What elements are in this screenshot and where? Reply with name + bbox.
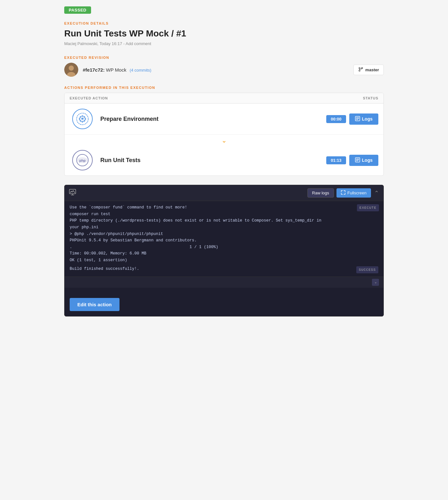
action-icon-wrap: [70, 109, 95, 129]
log-line: . 1 / 1 (100%): [70, 245, 218, 249]
log-body: EXECUTE Use the `composer fund` command …: [65, 201, 383, 277]
time-badge: 00:00: [326, 115, 346, 123]
svg-point-1: [69, 66, 74, 71]
logs-button[interactable]: Logs: [349, 113, 378, 125]
logs-button[interactable]: Logs: [349, 155, 378, 166]
action-icon-wrap: php: [70, 150, 95, 170]
revision-name: WP Mock: [106, 67, 127, 73]
log-bottom-bar: ⌄: [65, 277, 383, 288]
log-line: composer run test: [70, 212, 111, 216]
logs-btn-label: Logs: [362, 158, 373, 163]
php-icon: php: [72, 150, 93, 170]
actions-table: EXECUTED ACTION STATUS: [64, 93, 384, 176]
logs-icon: [355, 157, 360, 163]
gear-icon: [72, 109, 93, 129]
log-panel: Raw logs Fullscreen ⌃ EXECUTE Use the `c…: [64, 185, 384, 316]
fullscreen-icon: [341, 190, 345, 196]
log-line: Use the `composer fund` command to find …: [70, 205, 187, 210]
log-monitor-icon: [69, 189, 76, 197]
executed-revision-label: EXECUTED REVISION: [64, 56, 384, 59]
actions-table-header: EXECUTED ACTION STATUS: [65, 93, 383, 104]
action-status-wrap: 01:13 Logs: [326, 155, 378, 166]
revision-info: #fe17c72: WP Mock (4 commits): [83, 67, 353, 73]
branch-badge: master: [353, 65, 384, 75]
action-name: Run Unit Tests: [95, 157, 326, 164]
svg-point-4: [359, 70, 360, 71]
log-line: OK (1 test, 1 assertion): [70, 258, 127, 262]
col-action-label: EXECUTED ACTION: [70, 96, 314, 100]
logs-icon: [355, 116, 360, 122]
chevron-divider: ⌄: [65, 135, 383, 145]
page-meta-separator: -: [123, 41, 126, 46]
scroll-up-btn[interactable]: ⌃: [374, 190, 379, 197]
log-panel-header: Raw logs Fullscreen ⌃: [65, 185, 383, 201]
log-line: > @php ./vendor/phpunit/phpunit/phpunit: [70, 232, 163, 236]
add-comment-link[interactable]: Add comment: [126, 41, 151, 46]
edit-action-section: Edit this action: [65, 288, 383, 316]
col-status-label: STATUS: [314, 96, 378, 100]
avatar: [64, 63, 78, 77]
fullscreen-label: Fullscreen: [347, 191, 367, 195]
log-line: Time: 00:00.002, Memory: 6.00 MB: [70, 251, 146, 256]
svg-point-9: [82, 118, 83, 120]
status-badge: PASSED: [64, 6, 91, 14]
page-meta-author: Maciej Palmowski, Today 16:17: [64, 41, 122, 46]
log-line: PHP temp directory (./wordpress-tests) d…: [70, 218, 321, 230]
commits-label[interactable]: (4 commits): [130, 68, 151, 73]
table-row: Prepare Environment 00:00 Logs: [65, 104, 383, 135]
execution-details-label: EXECUTION DETAILS: [64, 21, 384, 25]
log-line: Build finished successfully!.: [70, 266, 139, 272]
branch-icon: [358, 67, 363, 73]
action-status-wrap: 00:00 Logs: [326, 113, 378, 125]
scroll-down-btn[interactable]: ⌄: [372, 279, 379, 286]
success-tag: SUCCESS: [356, 266, 378, 273]
log-line: PHPUnit 9.5.4 by Sebastian Bergmann and …: [70, 238, 197, 243]
branch-label: master: [365, 67, 379, 72]
table-row: php Run Unit Tests 01:13 Lo: [65, 145, 383, 176]
svg-text:php: php: [79, 159, 86, 162]
execute-tag: EXECUTE: [357, 204, 379, 211]
action-name: Prepare Environment: [95, 116, 326, 122]
chevron-down-icon: ⌄: [221, 137, 227, 144]
logs-btn-label: Logs: [362, 116, 373, 121]
edit-action-button[interactable]: Edit this action: [70, 298, 120, 311]
fullscreen-button[interactable]: Fullscreen: [336, 188, 371, 198]
actions-label: ACTIONS PERFORMED IN THIS EXECUTION: [64, 86, 384, 90]
revision-hash: #fe17c72:: [83, 67, 104, 73]
svg-point-3: [359, 67, 360, 69]
page-title: Run Unit Tests WP Mock / #1: [64, 28, 384, 39]
raw-logs-button[interactable]: Raw logs: [307, 188, 334, 198]
time-badge: 01:13: [326, 156, 346, 164]
